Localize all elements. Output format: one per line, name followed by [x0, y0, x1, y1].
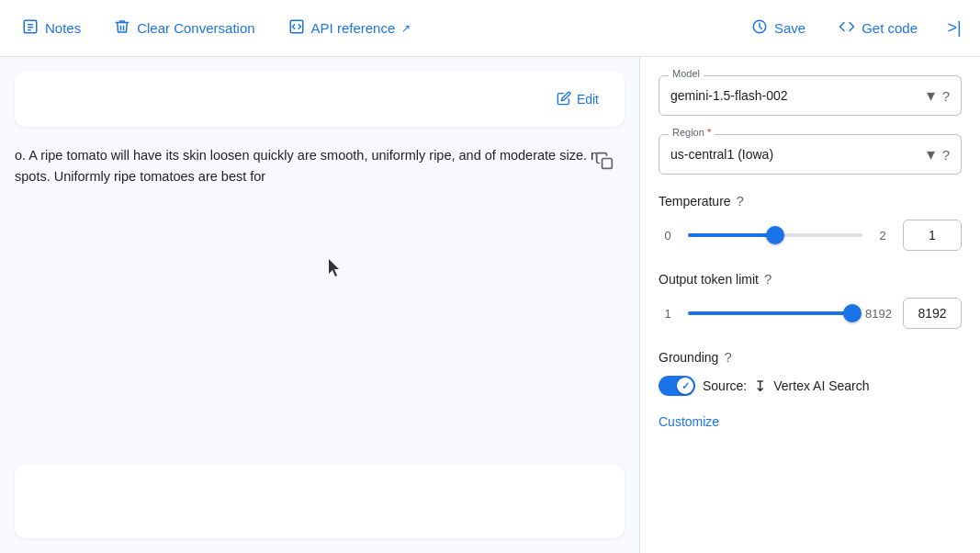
output-token-help-icon[interactable]: ?	[764, 271, 772, 287]
region-field-group: Region us-central1 (Iowa) ▾ ?	[659, 134, 962, 175]
temperature-slider-row: 0 2	[659, 220, 962, 251]
svg-rect-6	[603, 158, 613, 168]
output-token-input[interactable]	[903, 298, 962, 329]
save-button[interactable]: Save	[737, 11, 820, 45]
output-token-max: 8192	[865, 307, 892, 321]
output-token-slider-track[interactable]	[688, 304, 854, 322]
response-area: o. A ripe tomato will have its skin loos…	[0, 138, 639, 195]
notes-icon	[22, 18, 39, 38]
temperature-label: Temperature	[659, 194, 731, 209]
grounding-source-icon: ↧	[754, 378, 766, 395]
get-code-button[interactable]: Get code	[824, 11, 932, 45]
output-token-thumb[interactable]	[843, 304, 862, 322]
code-icon	[839, 18, 855, 38]
temperature-slider-track[interactable]	[688, 226, 862, 244]
temperature-max: 2	[873, 229, 892, 243]
toolbar: Notes Clear Conversation API reference ↗…	[0, 0, 980, 57]
clear-conversation-label: Clear Conversation	[137, 20, 254, 36]
notes-button[interactable]: Notes	[7, 11, 96, 45]
region-label: Region	[669, 127, 715, 138]
customize-button[interactable]: Customize	[659, 411, 719, 433]
temperature-section: Temperature ? 0 2	[659, 193, 962, 251]
response-text: o. A ripe tomato will have its skin loos…	[15, 145, 625, 187]
edit-card: Edit	[15, 72, 625, 127]
main-layout: Edit o. A ripe tomato will have its skin…	[0, 57, 980, 553]
model-chevron-icon: ▾	[927, 85, 935, 106]
model-label: Model	[669, 68, 704, 79]
grounding-toggle[interactable]: ✓	[659, 376, 695, 396]
api-reference-button[interactable]: API reference ↗	[274, 11, 426, 45]
grounding-label: Grounding	[659, 350, 718, 365]
temperature-fill	[688, 233, 775, 237]
output-token-min: 1	[659, 307, 677, 321]
output-token-fill	[688, 311, 852, 315]
edit-icon	[557, 91, 571, 108]
collapse-button[interactable]: >|	[936, 10, 973, 47]
model-field-group: Model gemini-1.5-flash-002 ▾ ?	[659, 75, 962, 116]
temperature-help-icon[interactable]: ?	[737, 193, 744, 209]
clear-conversation-button[interactable]: Clear Conversation	[99, 11, 269, 45]
temperature-thumb[interactable]	[766, 226, 784, 244]
grounding-source-row: ✓ Source: ↧ Vertex AI Search	[659, 376, 962, 396]
save-icon	[751, 18, 768, 38]
region-select[interactable]: Region us-central1 (Iowa) ▾ ?	[659, 134, 962, 175]
save-label: Save	[774, 20, 805, 36]
output-token-label: Output token limit	[659, 272, 759, 287]
copy-icon	[595, 152, 614, 173]
region-help-icon[interactable]: ?	[942, 147, 950, 163]
edit-button[interactable]: Edit	[549, 86, 606, 112]
output-token-slider-row: 1 8192	[659, 298, 962, 329]
grounding-source-label: Source:	[703, 378, 747, 393]
model-select[interactable]: Model gemini-1.5-flash-002 ▾ ?	[659, 75, 962, 116]
api-icon	[288, 18, 305, 38]
customize-label: Customize	[659, 414, 719, 429]
input-card[interactable]	[15, 465, 625, 538]
collapse-icon: >|	[947, 18, 961, 38]
get-code-label: Get code	[862, 20, 918, 36]
output-token-section: Output token limit ? 1 8192	[659, 271, 962, 329]
settings-panel: Model gemini-1.5-flash-002 ▾ ? Region us…	[640, 57, 980, 553]
grounding-source-value: Vertex AI Search	[773, 378, 869, 393]
trash-icon	[114, 18, 130, 38]
region-chevron-icon: ▾	[927, 144, 935, 164]
notes-label: Notes	[45, 20, 81, 36]
grounding-section: Grounding ? ✓ Source: ↧ Vertex AI Search	[659, 349, 962, 396]
toggle-check-icon: ✓	[681, 380, 690, 392]
external-link-icon: ↗	[401, 22, 411, 35]
api-reference-label: API reference	[311, 20, 396, 36]
copy-button[interactable]	[588, 145, 621, 178]
conversation-panel: Edit o. A ripe tomato will have its skin…	[0, 57, 640, 553]
cursor	[329, 259, 342, 280]
edit-label: Edit	[577, 92, 599, 107]
region-value: us-central1 (Iowa)	[670, 147, 919, 162]
temperature-input[interactable]	[903, 220, 962, 251]
model-value: gemini-1.5-flash-002	[670, 88, 919, 103]
model-help-icon[interactable]: ?	[942, 88, 950, 104]
grounding-help-icon[interactable]: ?	[724, 349, 731, 365]
temperature-min: 0	[659, 229, 677, 243]
